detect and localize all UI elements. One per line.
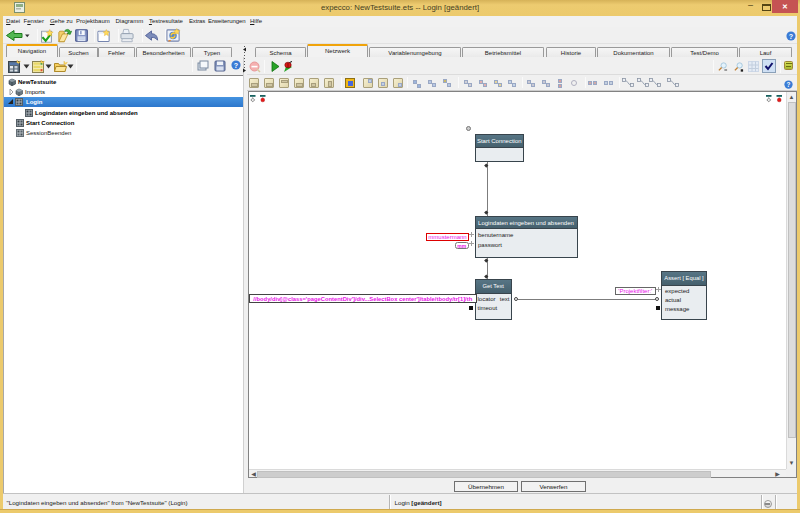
svg-text:?: ? xyxy=(789,32,793,40)
svg-text:?: ? xyxy=(787,81,791,88)
svg-text:?: ? xyxy=(233,62,237,70)
